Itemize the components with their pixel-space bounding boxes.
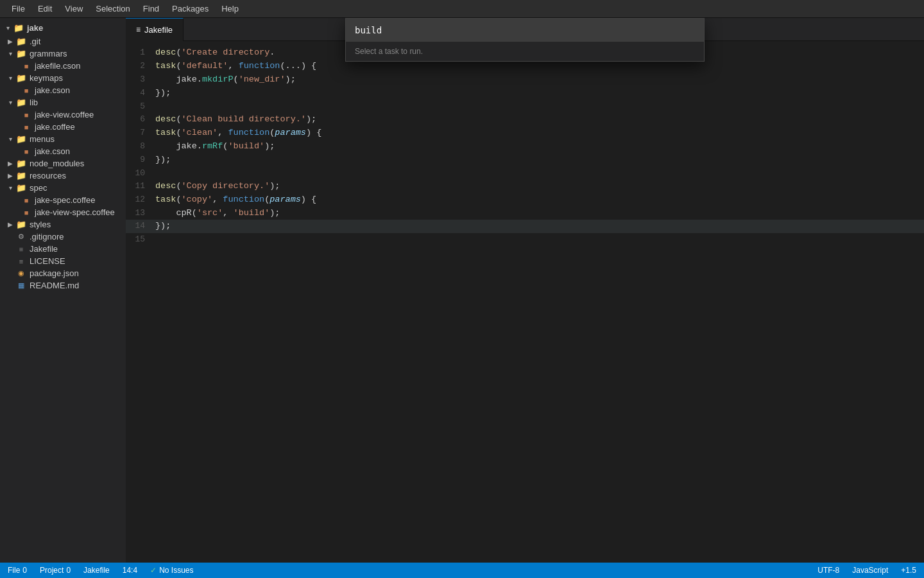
code-line-4: 4 });: [126, 87, 924, 100]
sidebar-item-jake-cson-menus[interactable]: ■ jake.cson: [0, 145, 126, 157]
code-line-7: 7 task('clean', function(params) {: [126, 127, 924, 140]
code-line-2: 2 task('default', function(...) {: [126, 60, 924, 73]
sidebar-item-license[interactable]: ≡ LICENSE: [0, 255, 126, 267]
code-line-10: 10: [126, 167, 924, 180]
node-modules-arrow: ▶: [5, 160, 15, 167]
menus-label: menus: [30, 134, 55, 144]
keymaps-arrow: ▾: [5, 74, 15, 82]
line-num-6: 6: [126, 113, 153, 126]
sidebar-item-git[interactable]: ▶ 📁 .git: [0, 35, 126, 48]
main-layout: ▾ 📁 jake ▶ 📁 .git ▾ 📁 grammars ■ jakefil…: [0, 18, 924, 563]
command-palette-input[interactable]: [346, 19, 704, 42]
status-encoding[interactable]: UTF-8: [815, 566, 842, 575]
sidebar-item-jake-cson[interactable]: ■ jake.cson: [0, 84, 126, 96]
line-content-11: desc('Copy directory.');: [153, 180, 924, 193]
line-content-2: task('default', function(...) {: [153, 60, 924, 73]
readme-md-label: README.md: [30, 281, 79, 290]
status-no-issues-label: No Issues: [159, 566, 193, 575]
license-icon: ≡: [15, 258, 27, 265]
sidebar-item-gitignore[interactable]: ⚙ .gitignore: [0, 231, 126, 243]
jake-view-spec-coffee-label: jake-view-spec.coffee: [35, 207, 115, 217]
sidebar-item-package-json[interactable]: ◉ package.json: [0, 267, 126, 279]
status-language-value: JavaScript: [852, 566, 888, 575]
keymaps-label: keymaps: [30, 73, 63, 83]
code-line-5: 5: [126, 100, 924, 113]
code-line-15: 15: [126, 233, 924, 246]
code-editor[interactable]: 1 desc('Create directory. 2 task('defaul…: [126, 41, 924, 563]
line-content-12: task('copy', function(params) {: [153, 193, 924, 207]
line-num-15: 15: [126, 233, 153, 246]
sidebar-item-jakefile-cson[interactable]: ■ jakefile.cson: [0, 60, 126, 72]
code-line-14: 14 });: [126, 220, 924, 233]
code-line-8: 8 jake.rmRf('build');: [126, 140, 924, 153]
grammars-arrow: ▾: [5, 50, 15, 57]
sidebar-item-node-modules[interactable]: ▶ 📁 node_modules: [0, 157, 126, 170]
grammars-label: grammars: [30, 49, 67, 58]
statusbar: File 0 Project 0 Jakefile 14:4 ✓ No Issu…: [0, 563, 924, 578]
status-jakefile[interactable]: Jakefile: [81, 566, 112, 575]
jake-cson-menus-label: jake.cson: [35, 146, 70, 156]
resources-arrow: ▶: [5, 172, 15, 179]
node-modules-folder-icon: 📁: [15, 159, 27, 168]
jake-spec-coffee-label: jake-spec.coffee: [35, 195, 95, 205]
sidebar-item-grammars[interactable]: ▾ 📁 grammars: [0, 48, 126, 60]
sidebar-item-jake-coffee[interactable]: ■ jake.coffee: [0, 121, 126, 133]
editor-wrapper: ≡ Jakefile 1 desc('Create directory. 2 t…: [126, 18, 924, 563]
git-label: .git: [30, 37, 40, 46]
line-num-13: 13: [126, 207, 153, 220]
node-modules-label: node_modules: [30, 159, 84, 168]
jake-cson-label: jake.cson: [35, 85, 70, 95]
menu-packages[interactable]: Packages: [166, 0, 215, 18]
root-arrow: ▾: [3, 24, 13, 31]
tab-jakefile[interactable]: ≡ Jakefile: [126, 18, 184, 41]
sidebar-item-readme-md[interactable]: ▦ README.md: [0, 279, 126, 292]
sidebar-item-keymaps[interactable]: ▾ 📁 keymaps: [0, 72, 126, 84]
resources-folder-icon: 📁: [15, 171, 27, 180]
menu-view[interactable]: View: [58, 0, 89, 18]
menu-help[interactable]: Help: [215, 0, 245, 18]
spec-folder-icon: 📁: [15, 183, 27, 193]
sidebar-item-resources[interactable]: ▶ 📁 resources: [0, 170, 126, 182]
sidebar-item-jakefile[interactable]: ≡ Jakefile: [0, 243, 126, 255]
status-no-issues[interactable]: ✓ No Issues: [148, 566, 196, 575]
menu-file[interactable]: File: [5, 0, 31, 18]
sidebar-item-menus[interactable]: ▾ 📁 menus: [0, 133, 126, 145]
keymaps-folder-icon: 📁: [15, 73, 27, 83]
line-content-7: task('clean', function(params) {: [153, 127, 924, 140]
sidebar-item-lib[interactable]: ▾ 📁 lib: [0, 96, 126, 109]
sidebar-item-spec[interactable]: ▾ 📁 spec: [0, 182, 126, 194]
sidebar: ▾ 📁 jake ▶ 📁 .git ▾ 📁 grammars ■ jakefil…: [0, 18, 126, 563]
git-arrow: ▶: [5, 38, 15, 45]
jakefile-cson-label: jakefile.cson: [35, 61, 81, 71]
root-label: jake: [27, 23, 43, 33]
line-content-13: cpR('src', 'build');: [153, 207, 924, 220]
menu-edit[interactable]: Edit: [31, 0, 58, 18]
line-num-10: 10: [126, 167, 153, 180]
lib-arrow: ▾: [5, 99, 15, 106]
menu-selection[interactable]: Selection: [89, 0, 136, 18]
line-num-7: 7: [126, 127, 153, 139]
status-file-label: File: [8, 566, 20, 575]
sidebar-item-jake-spec-coffee[interactable]: ■ jake-spec.coffee: [0, 194, 126, 206]
jake-coffee-icon: ■: [21, 123, 32, 131]
status-indent[interactable]: +1.5: [898, 566, 919, 575]
sidebar-root-jake[interactable]: ▾ 📁 jake: [0, 21, 126, 35]
jakefile-icon: ≡: [15, 245, 27, 253]
status-project[interactable]: Project 0: [37, 566, 73, 575]
status-language[interactable]: JavaScript: [850, 566, 891, 575]
sidebar-item-jake-view-coffee[interactable]: ■ jake-view.coffee: [0, 109, 126, 121]
sidebar-item-styles[interactable]: ▶ 📁 styles: [0, 218, 126, 231]
menu-find[interactable]: Find: [137, 0, 166, 18]
sidebar-item-jake-view-spec-coffee[interactable]: ■ jake-view-spec.coffee: [0, 206, 126, 218]
jake-view-coffee-label: jake-view.coffee: [35, 110, 94, 119]
code-line-13: 13 cpR('src', 'build');: [126, 207, 924, 220]
menus-folder-icon: 📁: [15, 134, 27, 144]
package-json-label: package.json: [30, 268, 79, 278]
line-num-2: 2: [126, 60, 153, 73]
grammars-folder-icon: 📁: [15, 49, 27, 58]
status-position[interactable]: 14:4: [120, 566, 140, 575]
jake-view-spec-coffee-icon: ■: [21, 209, 32, 216]
line-num-11: 11: [126, 180, 153, 193]
status-file[interactable]: File 0: [5, 566, 30, 575]
line-content-14: });: [153, 220, 924, 233]
